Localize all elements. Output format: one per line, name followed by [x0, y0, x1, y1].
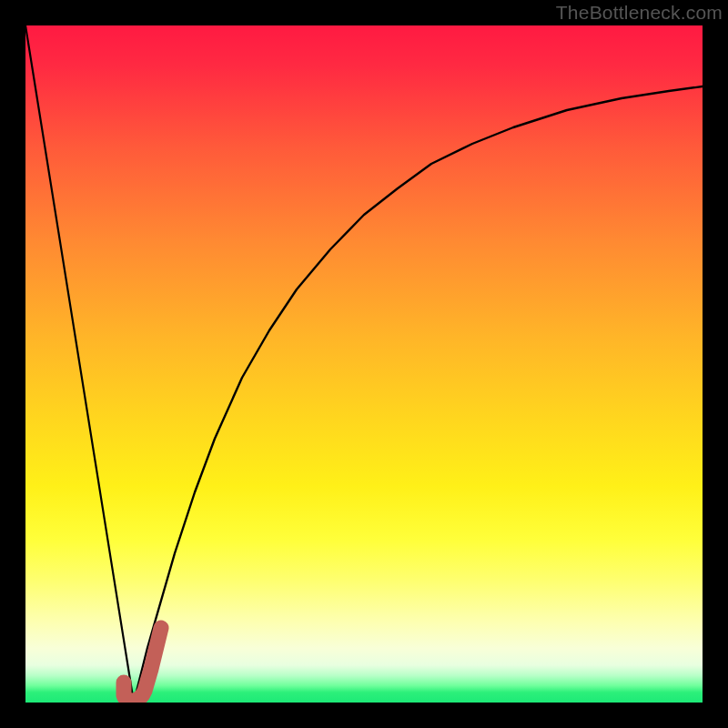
left-branch-path [25, 25, 134, 703]
plot-area [25, 25, 703, 703]
curve-layer [25, 25, 703, 703]
watermark-text: TheBottleneck.com [556, 2, 723, 24]
right-branch-path [134, 86, 703, 703]
chart-frame: TheBottleneck.com [0, 0, 728, 728]
